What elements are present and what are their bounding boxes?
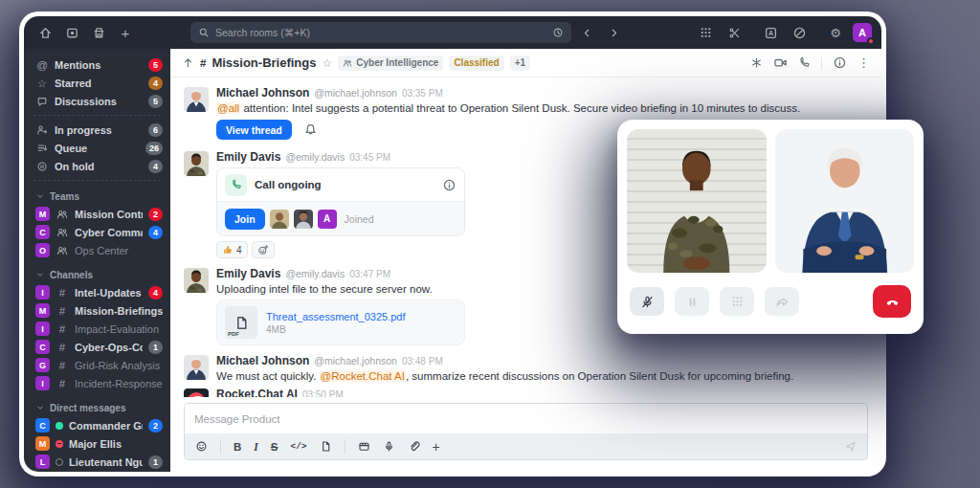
search-bar[interactable] [190, 22, 571, 43]
history-forward-icon[interactable] [602, 22, 625, 43]
user-status-busy-dot [867, 37, 875, 45]
follow-thread-bell-icon[interactable] [303, 122, 318, 137]
classified-tag-pill[interactable]: Classified [449, 55, 503, 71]
message-handle: @emily.davis [285, 151, 345, 164]
transfer-call-button[interactable] [765, 287, 799, 316]
emoji-picker-icon[interactable] [195, 440, 208, 453]
info-icon[interactable] [833, 55, 847, 70]
dialpad-icon[interactable] [694, 22, 717, 43]
chevron-down-icon [35, 270, 45, 279]
search-input[interactable] [215, 27, 546, 38]
workspace-icon[interactable] [60, 22, 83, 43]
avatar-michael-johnson[interactable] [184, 355, 209, 380]
plus-actions-icon[interactable]: + [433, 439, 440, 455]
mention-rocketchat-ai[interactable]: @Rocket.Chat AI [320, 370, 406, 382]
reaction-thumbs-up[interactable]: 4 [216, 241, 248, 258]
message-author[interactable]: Emily Davis [216, 268, 280, 280]
mention-all[interactable]: @all [216, 102, 240, 114]
avatar-emily-davis[interactable] [184, 268, 209, 293]
status-offline-dot [56, 458, 63, 466]
view-thread-button[interactable]: View thread [216, 120, 292, 140]
channel-avatar: I [35, 322, 50, 336]
channel-avatar: C [35, 340, 50, 354]
sidebar-dm-deputy-morgan[interactable]: D Deputy Morgan [24, 471, 170, 472]
end-call-button[interactable] [873, 285, 911, 318]
phone-call-icon[interactable] [798, 56, 811, 69]
sidebar-item-discussions[interactable]: Discussions 5 [24, 92, 170, 110]
message-time: 03:50 PM [302, 388, 344, 397]
more-tags-pill[interactable]: +1 [510, 55, 530, 71]
sidebar-channel-mission-briefings[interactable]: M # Mission-Briefings [24, 301, 170, 320]
attachment-filename-link[interactable]: Threat_assessment_0325.pdf [266, 311, 406, 322]
sidebar-channel-incident-response[interactable]: I # Incident-Response [24, 374, 170, 392]
sidebar-team-ops-center[interactable]: O Ops Center [24, 241, 170, 259]
sidebar-channel-impact-evaluation[interactable]: I # Impact-Evaluation [24, 320, 170, 338]
sidebar-dm-major-ellis[interactable]: M Major Ellis [24, 434, 170, 453]
favorite-star-icon[interactable]: ☆ [322, 56, 332, 70]
avatar-emily-davis[interactable] [184, 151, 209, 176]
user-avatar[interactable]: A [853, 23, 872, 42]
sidebar-dm-commander-grant[interactable]: C Commander Grant 2 [24, 416, 170, 434]
participant-avatar [270, 210, 289, 229]
sidebar-item-queue[interactable]: Queue 26 [24, 139, 170, 157]
dialpad-button[interactable] [720, 287, 754, 316]
call-info-icon[interactable] [442, 178, 457, 192]
unread-badge: 1 [148, 341, 163, 354]
sidebar-dm-lieutenant-nguyen[interactable]: L Lieutenant Nguyen 1 [24, 453, 170, 471]
team-icon [56, 209, 69, 220]
file-attachment-card[interactable]: PDF Threat_assessment_0325.pdf 4MB [216, 299, 465, 345]
hold-call-button[interactable] [675, 287, 709, 316]
sidebar-channel-cyber-ops[interactable]: C # Cyber-Ops-Com… 1 [24, 338, 170, 356]
sidebar-team-cyber-command[interactable]: C Cyber Command 4 [24, 223, 170, 241]
video-message-icon[interactable] [358, 440, 370, 453]
italic-button[interactable]: I [254, 441, 257, 453]
strikethrough-button[interactable]: S [271, 441, 278, 453]
admin-settings-icon[interactable]: ⚙ [824, 22, 847, 43]
back-to-team-icon[interactable] [182, 56, 194, 69]
compose-icon[interactable] [788, 22, 811, 43]
section-teams[interactable]: Teams [24, 188, 170, 205]
directory-icon[interactable] [759, 22, 782, 43]
status-online-dot [56, 422, 63, 430]
send-message-icon[interactable] [844, 440, 857, 453]
add-reaction-button[interactable] [252, 241, 275, 258]
avatar-rocketchat-ai[interactable] [184, 388, 209, 397]
topbar-right-cluster: ⚙ A [694, 22, 872, 43]
code-block-icon[interactable] [320, 440, 332, 453]
channel-avatar: I [35, 285, 50, 299]
hash-icon: # [56, 342, 69, 353]
video-call-icon[interactable] [773, 55, 788, 70]
sidebar-item-on-hold[interactable]: On hold 4 [24, 157, 170, 175]
inline-code-button[interactable]: </> [290, 441, 306, 452]
message-author[interactable]: Michael Johnson [216, 87, 309, 100]
sidebar-item-starred[interactable]: ☆ Starred 4 [24, 74, 170, 92]
history-back-icon[interactable] [575, 22, 598, 43]
sidebar-channel-grid-risk[interactable]: G # Grid-Risk Analysis [24, 356, 170, 374]
utilities-icon[interactable] [723, 22, 746, 43]
sidebar-team-mission-control[interactable]: M Mission Control 2 [24, 205, 170, 223]
message-time: 03:48 PM [402, 355, 443, 367]
audio-message-icon[interactable] [383, 440, 395, 453]
kebab-menu-icon[interactable]: ⋮ [858, 55, 870, 70]
section-channels[interactable]: Channels [24, 266, 170, 283]
sidebar-channel-intel-updates[interactable]: I # Intel-Updates 4 [24, 283, 170, 301]
avatar-michael-johnson[interactable] [184, 87, 209, 112]
create-new-icon[interactable]: + [114, 22, 137, 43]
mute-microphone-button[interactable] [630, 287, 664, 316]
section-direct-messages[interactable]: Direct messages [24, 399, 170, 416]
sidebar-item-mentions[interactable]: @ Mentions 5 [24, 55, 170, 74]
apps-icon[interactable] [750, 56, 763, 69]
sidebar-item-in-progress[interactable]: In progress 6 [24, 121, 170, 139]
call-card-header: Call ongoing [217, 168, 464, 201]
clock-icon[interactable] [552, 27, 564, 38]
team-tag-pill[interactable]: Cyber Intelligence [338, 55, 443, 71]
marketplace-icon[interactable] [87, 22, 110, 43]
home-icon[interactable] [33, 22, 56, 43]
message-input[interactable] [194, 413, 858, 425]
attach-file-icon[interactable] [408, 440, 420, 453]
message-author[interactable]: Emily Davis [216, 151, 280, 164]
message-author[interactable]: Rocket.Chat AI [216, 388, 298, 397]
message-author[interactable]: Michael Johnson [216, 355, 309, 367]
bold-button[interactable]: B [234, 441, 241, 453]
join-call-button[interactable]: Join [225, 209, 265, 230]
